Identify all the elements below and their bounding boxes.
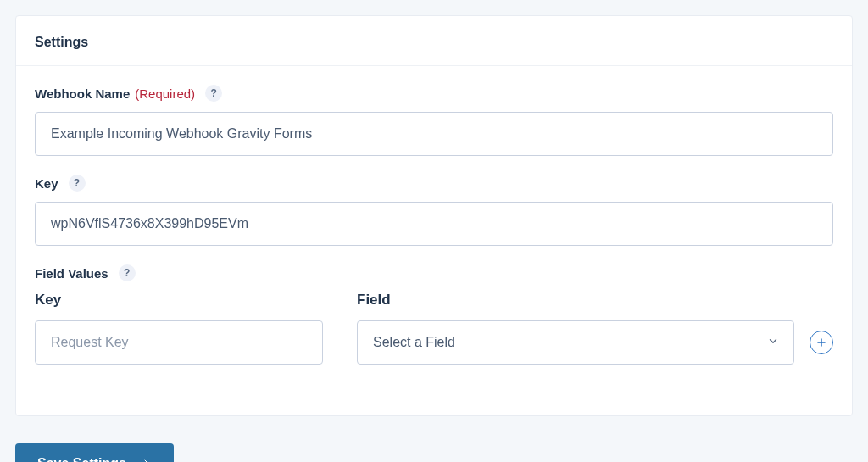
arrow-right-icon (136, 456, 152, 462)
help-icon[interactable]: ? (69, 175, 86, 192)
required-indicator: (Required) (135, 86, 195, 101)
field-values-field-column: Field Select a Field (357, 292, 833, 365)
request-key-input[interactable] (35, 320, 323, 365)
field-values-row: Key Field Select a Field (35, 292, 833, 365)
card-body: Webhook Name (Required) ? Key ? Field Va… (16, 66, 852, 415)
help-icon[interactable]: ? (119, 264, 136, 281)
help-icon[interactable]: ? (205, 85, 222, 102)
key-label: Key (35, 176, 58, 191)
plus-icon (815, 337, 827, 348)
key-label-line: Key ? (35, 175, 833, 192)
save-settings-button[interactable]: Save Settings (15, 443, 174, 462)
field-values-label: Field Values (35, 266, 108, 281)
add-row-button[interactable] (810, 331, 833, 354)
key-field: Key ? (35, 175, 833, 246)
field-values-label-line: Field Values ? (35, 264, 833, 281)
field-values-key-column: Key (35, 292, 323, 365)
save-button-label: Save Settings (37, 456, 126, 462)
settings-card: Settings Webhook Name (Required) ? Key ?… (15, 15, 853, 416)
webhook-name-field: Webhook Name (Required) ? (35, 85, 833, 156)
webhook-name-label-line: Webhook Name (Required) ? (35, 85, 833, 102)
card-title: Settings (35, 35, 833, 50)
webhook-name-input[interactable] (35, 112, 833, 156)
field-column-heading: Field (357, 292, 794, 309)
key-column-heading: Key (35, 292, 323, 309)
field-select-value: Select a Field (373, 335, 455, 350)
webhook-name-label: Webhook Name (35, 86, 130, 101)
card-header: Settings (16, 16, 852, 66)
field-select[interactable]: Select a Field (357, 320, 794, 365)
field-values-section: Field Values ? Key Field Select a Field (35, 264, 833, 365)
key-input[interactable] (35, 202, 833, 246)
